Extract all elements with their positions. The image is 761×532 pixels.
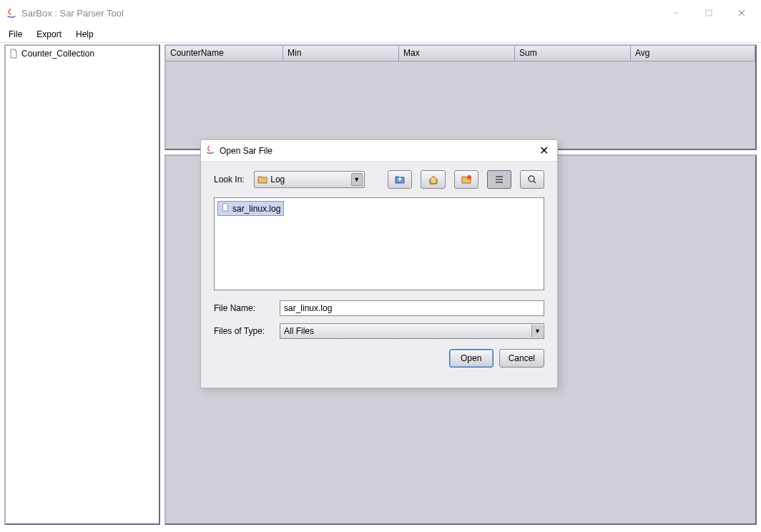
open-button[interactable]: Open	[449, 349, 494, 368]
home-button[interactable]	[421, 170, 445, 189]
col-countername[interactable]: CounterName	[166, 46, 283, 61]
open-file-dialog: Open Sar File ✕ Look In: Log ▼	[200, 139, 558, 388]
menu-export[interactable]: Export	[34, 28, 64, 41]
maximize-button[interactable]	[692, 2, 725, 24]
new-folder-icon	[461, 174, 472, 185]
dialog-titlebar: Open Sar File ✕	[201, 140, 557, 162]
close-button[interactable]	[725, 2, 758, 24]
chevron-down-icon: ▼	[531, 325, 543, 338]
file-type-label: Files of Type:	[214, 326, 274, 336]
svg-rect-1	[706, 10, 712, 16]
chevron-down-icon: ▼	[351, 173, 363, 186]
table-panel: CounterName Min Max Sum Avg	[165, 44, 757, 150]
col-avg[interactable]: Avg	[631, 46, 755, 61]
menu-bar: File Export Help	[0, 26, 761, 43]
tree-panel: Counter_Collection	[4, 44, 160, 525]
svg-point-4	[467, 175, 471, 179]
home-icon	[428, 174, 439, 185]
dialog-close-button[interactable]: ✕	[535, 144, 553, 157]
java-icon	[205, 144, 215, 157]
detail-view-icon	[526, 174, 538, 185]
tree-root[interactable]: Counter_Collection	[6, 46, 159, 61]
tree-root-label: Counter_Collection	[21, 49, 94, 59]
list-view-button[interactable]	[487, 170, 511, 189]
file-name: sar_linux.log	[232, 204, 280, 214]
look-in-label: Look In:	[214, 174, 248, 184]
look-in-combo[interactable]: Log ▼	[254, 171, 365, 188]
col-sum[interactable]: Sum	[515, 46, 631, 61]
svg-point-5	[529, 176, 534, 182]
document-icon	[9, 49, 19, 59]
look-in-row: Look In: Log ▼	[214, 170, 544, 189]
file-name-row: File Name:	[214, 300, 544, 316]
col-min[interactable]: Min	[283, 46, 399, 61]
file-name-label: File Name:	[214, 303, 274, 313]
file-type-combo[interactable]: All Files ▼	[280, 323, 544, 339]
minimize-button[interactable]	[659, 2, 692, 24]
document-icon	[221, 203, 230, 214]
list-view-icon	[494, 174, 505, 185]
file-list[interactable]: sar_linux.log	[214, 197, 544, 290]
dialog-button-row: Open Cancel	[214, 349, 544, 368]
window-titlebar: SarBox : Sar Parser Tool	[0, 0, 761, 26]
dialog-title: Open Sar File	[220, 146, 535, 156]
detail-view-button[interactable]	[520, 170, 544, 189]
dialog-body: Look In: Log ▼	[201, 162, 557, 376]
window-title: SarBox : Sar Parser Tool	[21, 8, 659, 19]
file-type-value: All Files	[284, 326, 314, 336]
cancel-button[interactable]: Cancel	[499, 349, 544, 368]
java-icon	[6, 7, 17, 19]
look-in-value: Log	[270, 174, 285, 184]
folder-icon	[257, 175, 267, 184]
col-max[interactable]: Max	[399, 46, 515, 61]
folder-up-button[interactable]	[388, 170, 412, 189]
folder-up-icon	[394, 174, 406, 185]
menu-help[interactable]: Help	[73, 28, 97, 41]
file-name-input[interactable]	[280, 300, 544, 316]
file-item-selected[interactable]: sar_linux.log	[217, 201, 284, 216]
file-type-row: Files of Type: All Files ▼	[214, 323, 544, 339]
menu-file[interactable]: File	[6, 28, 25, 41]
table-header: CounterName Min Max Sum Avg	[166, 46, 755, 61]
new-folder-button[interactable]	[454, 170, 478, 189]
